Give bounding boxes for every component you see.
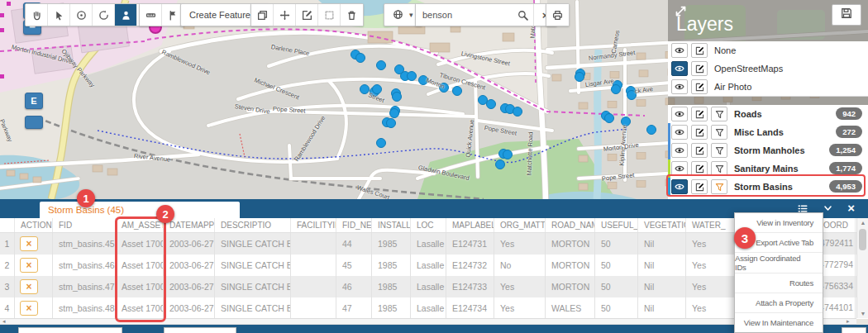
layer-visibility-eye-icon[interactable] xyxy=(671,43,688,58)
storm-basin-dot[interactable] xyxy=(622,117,631,126)
column-header-loc[interactable]: LOC xyxy=(411,218,446,232)
storm-basin-dot[interactable] xyxy=(419,76,428,85)
pagination-control-partial[interactable] xyxy=(164,327,236,333)
layer-visibility-eye-icon[interactable] xyxy=(671,143,688,158)
storm-basin-dot[interactable] xyxy=(377,139,386,148)
column-header-road_name[interactable]: ROAD_NAME xyxy=(546,218,595,232)
column-header-useful_lif[interactable]: USEFUL_LIF xyxy=(595,218,638,232)
layer-row-storm-basins[interactable]: Storm Basins4,953 xyxy=(668,178,868,197)
layer-row-none[interactable]: None xyxy=(668,41,868,60)
storm-basin-dot[interactable] xyxy=(627,91,637,100)
row-delete-button[interactable]: × xyxy=(20,279,38,294)
close-table-icon[interactable]: × xyxy=(847,202,855,214)
layer-edit-icon[interactable] xyxy=(691,79,708,94)
storm-basin-dot[interactable] xyxy=(612,85,621,94)
tab-storm-basins[interactable]: Storm Basins (45) xyxy=(40,202,240,218)
storm-basin-dot[interactable] xyxy=(503,150,513,159)
storm-basin-dot[interactable] xyxy=(453,87,462,96)
layer-edit-icon[interactable] xyxy=(691,161,708,176)
storm-basin-dot[interactable] xyxy=(360,85,370,94)
layer-edit-icon[interactable] xyxy=(691,43,708,58)
edit-feature-button[interactable] xyxy=(296,4,318,26)
identify-tool-button[interactable] xyxy=(115,4,137,26)
map-extra-button[interactable] xyxy=(25,116,43,129)
measure-distance-icon[interactable] xyxy=(140,4,162,26)
column-header-am_asset[interactable]: AM_ASSET xyxy=(116,218,164,232)
storm-basin-dot[interactable] xyxy=(387,119,396,128)
layer-edit-icon[interactable] xyxy=(691,143,708,158)
storm-basin-dot[interactable] xyxy=(479,96,488,105)
layer-row-air-photo[interactable]: Air Photo xyxy=(668,78,868,97)
layer-visibility-eye-icon[interactable] xyxy=(671,179,688,194)
layer-filter-icon[interactable] xyxy=(711,143,727,158)
layer-row-openstreetmaps[interactable]: OpenStreetMaps xyxy=(668,59,868,78)
delete-feature-button[interactable] xyxy=(341,4,363,26)
row-delete-button[interactable]: × xyxy=(20,236,38,251)
pagination-control-partial[interactable] xyxy=(842,327,866,333)
layer-edit-icon[interactable] xyxy=(691,61,708,76)
column-header-fid[interactable]: FID xyxy=(53,218,116,232)
layer-filter-icon[interactable] xyxy=(711,107,727,121)
zoom-extent-button[interactable] xyxy=(70,4,93,26)
storm-basin-dot[interactable] xyxy=(575,73,584,82)
storm-basin-dot[interactable] xyxy=(390,109,399,118)
layer-row-misc-lands[interactable]: Misc Lands272 xyxy=(668,123,868,142)
menu-item-assign-coordinated-ids[interactable]: Assign Coordinated IDs xyxy=(735,253,823,273)
layer-edit-icon[interactable] xyxy=(691,125,708,140)
column-header-vegetation[interactable]: VEGETATION xyxy=(638,218,686,232)
row-delete-button[interactable]: × xyxy=(20,258,38,273)
menu-item-attach-a-property[interactable]: Attach a Property xyxy=(735,293,823,313)
edit-mode-button[interactable]: E xyxy=(25,93,43,109)
storm-basin-dot[interactable] xyxy=(356,54,365,63)
layer-visibility-eye-icon[interactable] xyxy=(671,107,688,121)
select-tool-button[interactable] xyxy=(48,4,70,26)
layer-filter-icon[interactable] xyxy=(711,125,727,140)
search-button[interactable] xyxy=(512,4,534,26)
storm-basin-dot[interactable] xyxy=(487,100,496,109)
storm-basin-dot[interactable] xyxy=(393,93,402,102)
layer-row-storm-manholes[interactable]: Storm Manholes1,254 xyxy=(668,141,868,160)
layer-visibility-eye-icon[interactable] xyxy=(671,79,688,94)
layer-edit-icon[interactable] xyxy=(691,179,708,194)
layer-visibility-eye-icon[interactable] xyxy=(671,125,688,140)
scroll-left-icon[interactable]: ◂ xyxy=(2,318,6,325)
scroll-down-icon[interactable]: ▼ xyxy=(857,311,868,316)
layer-edit-icon[interactable] xyxy=(691,107,708,121)
storm-basin-dot[interactable] xyxy=(408,72,417,81)
layer-filter-icon[interactable] xyxy=(711,179,727,194)
column-header-actions[interactable]: ACTIONS xyxy=(15,218,53,232)
storm-basin-dot[interactable] xyxy=(605,114,614,123)
menu-item-routes[interactable]: Routes xyxy=(735,274,823,293)
column-header-fid_new[interactable]: FID_NEW xyxy=(336,218,372,232)
table-vertical-scrollbar[interactable]: ▲ ▼ xyxy=(856,218,868,318)
layer-row-roads[interactable]: Roads942 xyxy=(668,105,868,124)
column-header-maplabelid[interactable]: MAPLABELID xyxy=(446,218,494,232)
copy-feature-button[interactable] xyxy=(251,4,274,26)
refresh-view-button[interactable] xyxy=(93,4,115,26)
layer-visibility-eye-icon[interactable] xyxy=(671,61,688,76)
column-header-rownum[interactable] xyxy=(0,218,15,232)
storm-basin-dot[interactable] xyxy=(377,61,386,70)
storm-basin-dot[interactable] xyxy=(647,126,656,135)
column-header-install[interactable]: INSTALL xyxy=(372,218,411,232)
save-layers-button[interactable] xyxy=(832,4,861,26)
row-delete-button[interactable]: × xyxy=(20,301,38,316)
storm-basin-dot[interactable] xyxy=(440,83,449,93)
reshape-feature-button[interactable] xyxy=(318,4,341,26)
print-button[interactable] xyxy=(546,4,569,26)
pan-tool-button[interactable] xyxy=(26,4,48,26)
table-horizontal-scrollbar[interactable]: ◂ ▸ xyxy=(0,318,856,325)
collapse-table-icon[interactable] xyxy=(823,203,833,213)
layer-filter-icon[interactable] xyxy=(711,161,727,176)
scroll-right-icon[interactable]: ▸ xyxy=(847,318,850,325)
move-feature-button[interactable] xyxy=(274,4,296,26)
layer-row-sanitary-mains[interactable]: Sanitary Mains1,774 xyxy=(668,159,868,178)
layer-visibility-eye-icon[interactable] xyxy=(671,161,688,176)
vertical-scroll-thumb[interactable] xyxy=(859,229,866,250)
storm-basin-dot[interactable] xyxy=(513,107,522,117)
storm-basin-dot[interactable] xyxy=(496,160,505,169)
scroll-up-icon[interactable]: ▲ xyxy=(857,220,868,226)
column-header-org_matter[interactable]: ORG_MATTER xyxy=(494,218,546,232)
column-header-descriptio[interactable]: DESCRIPTIO xyxy=(215,218,291,232)
storm-basin-dot[interactable] xyxy=(373,85,382,94)
